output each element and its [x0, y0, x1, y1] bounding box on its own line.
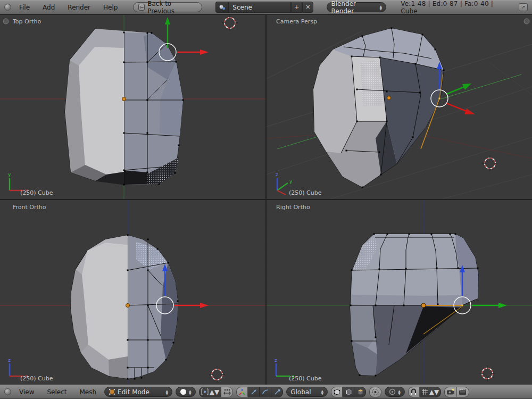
viewport-label: Top Ortho [12, 18, 41, 25]
viewport-top-ortho[interactable]: Top Ortho y x (250) Cube [0, 15, 265, 199]
view-options-icon[interactable] [524, 19, 529, 24]
dropdown-arrows-icon: ▲▼ [165, 389, 168, 395]
dropdown-arrows-icon: ▲▼ [189, 389, 192, 395]
object-origin [122, 97, 126, 101]
axis-label-diag: y [289, 179, 293, 184]
active-object-info: (250) Cube [20, 189, 53, 196]
menu-help[interactable]: Help [98, 4, 122, 11]
snap-element-dropdown[interactable]: ▲▼ [420, 387, 441, 397]
transform-orientation-dropdown[interactable]: Global ▲▼ [286, 387, 328, 397]
proportional-circle-icon [389, 388, 396, 395]
mode-dropdown[interactable]: Edit Mode ▲▼ [104, 387, 172, 397]
quad-view-area: Top Ortho y x (250) Cube [0, 15, 532, 385]
mesh-front-view[interactable] [71, 235, 179, 380]
active-object-info: (250) Cube [289, 375, 322, 382]
occlude-sphere-icon [371, 388, 379, 396]
manipulator-translate-button[interactable] [248, 387, 260, 397]
edit-mode-icon [109, 388, 115, 395]
axis-label-up: y [8, 172, 11, 177]
active-object-info: (250) Cube [20, 375, 53, 382]
menu-mesh[interactable]: Mesh [75, 388, 102, 396]
render-engine-label: Blender Render [331, 0, 377, 15]
object-origin [421, 303, 426, 307]
back-to-previous-button[interactable]: ⇦ Back to Previous [133, 2, 202, 12]
menu-view[interactable]: View [14, 388, 39, 396]
object-origin [387, 96, 391, 100]
back-arrow-icon: ⇦ [138, 4, 145, 11]
viewport-front-ortho[interactable]: Front Ortho z x (250) Cube [0, 200, 265, 385]
center-points-icon [223, 388, 231, 395]
scene-name-field[interactable]: Scene [228, 2, 291, 13]
face-select-icon [356, 388, 364, 395]
magnet-icon [410, 388, 417, 395]
top-header-bar: File Add Render Help ⇦ Back to Previous … [0, 0, 532, 14]
scene-statistics: Ve:1-48 | Ed:0-87 | Fa:0-40 | Cube [401, 0, 505, 15]
pivot-point-dropdown[interactable]: ▲▼ [199, 387, 221, 397]
back-to-previous-label: Back to Previous [147, 0, 197, 15]
viewport-label: Front Ortho [13, 204, 46, 211]
active-object-info: (250) Cube [289, 189, 322, 196]
mode-label: Edit Mode [118, 388, 163, 396]
viewport-camera-persp[interactable]: Camera Persp z y (250) Cube [267, 15, 532, 199]
viewport-label: Camera Persp [276, 18, 317, 25]
menu-file[interactable]: File [14, 4, 35, 11]
rotate-arc-icon [262, 388, 269, 396]
manipulator-scale-button[interactable] [271, 387, 283, 397]
clapperboard-icon [459, 388, 467, 395]
manipulator-widget-toggle[interactable] [236, 387, 248, 397]
viewport-shading-dropdown[interactable]: ▲▼ [176, 387, 196, 397]
menu-render[interactable]: Render [63, 4, 95, 11]
face-select-mode-button[interactable] [354, 387, 366, 397]
mesh-top-view[interactable] [65, 29, 184, 186]
scene-datablock-icon[interactable] [215, 2, 228, 13]
limit-selection-to-visible-toggle[interactable] [369, 387, 381, 397]
render-engine-dropdown[interactable]: Blender Render ▲▼ [327, 2, 386, 12]
proportional-editing-dropdown[interactable]: ▲▼ [385, 387, 405, 397]
vertex-select-icon [333, 388, 340, 395]
edge-select-icon [345, 388, 352, 395]
scene-name: Scene [232, 4, 252, 11]
editor-type-icon[interactable] [4, 4, 11, 11]
manipulator-rotate-button[interactable] [260, 387, 271, 397]
dropdown-arrows-icon: ▲▼ [321, 389, 324, 395]
axis-tripod-icon [238, 388, 246, 396]
opengl-render-anim-button[interactable] [457, 387, 469, 397]
view-options-icon[interactable] [3, 19, 9, 24]
dropdown-arrows-icon: ▲▼ [398, 389, 401, 395]
viewport-label: Right Ortho [276, 204, 310, 211]
dropdown-arrows-icon: ▲▼ [429, 388, 439, 396]
translate-arrow-icon [250, 388, 257, 396]
viewport-right-ortho[interactable]: Right Ortho z y (250) Cube [267, 200, 532, 385]
camera-icon [446, 388, 455, 395]
object-origin [126, 304, 130, 307]
add-scene-button[interactable]: + [291, 2, 302, 13]
axis-label-up: z [8, 358, 11, 363]
window-duplicate-icon[interactable]: ↗ [519, 3, 528, 11]
edge-select-mode-button[interactable] [343, 387, 354, 397]
snap-grid-icon [421, 388, 428, 395]
unlink-scene-button[interactable]: ✕ [302, 2, 313, 13]
orientation-label: Global [290, 388, 311, 396]
shading-sphere-icon [180, 388, 187, 395]
manipulate-center-points-toggle[interactable] [221, 387, 233, 397]
viewport-header-bar: View Select Mesh Edit Mode ▲▼ ▲▼ [0, 385, 532, 399]
vertex-select-mode-button[interactable] [331, 387, 343, 397]
menu-select[interactable]: Select [42, 388, 71, 396]
axis-label-up: z [275, 358, 277, 363]
snap-toggle-button[interactable] [408, 387, 420, 397]
scene-selector: Scene + ✕ [215, 2, 313, 13]
dropdown-arrows-icon: ▲▼ [380, 5, 383, 10]
scale-icon [273, 388, 281, 396]
scene-icon [219, 4, 226, 11]
dropdown-arrows-icon: ▲▼ [210, 388, 219, 396]
pivot-icon [201, 388, 209, 395]
editor-type-icon[interactable] [4, 388, 11, 395]
blender-window: File Add Render Help ⇦ Back to Previous … [0, 0, 532, 399]
axis-label-up: z [276, 172, 278, 177]
menu-add[interactable]: Add [38, 4, 60, 11]
opengl-render-button[interactable] [444, 387, 457, 397]
